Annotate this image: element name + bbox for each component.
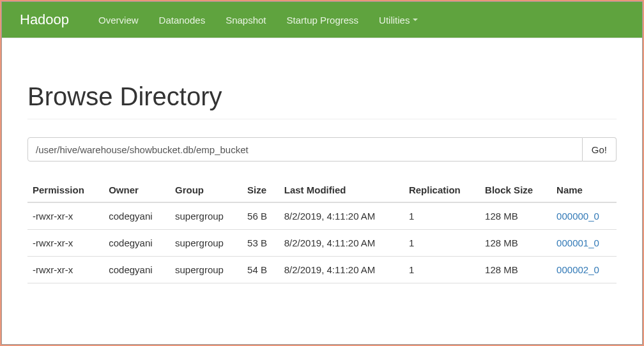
navbar: Hadoop Overview Datanodes Snapshot Start…	[2, 2, 642, 38]
cell-modified: 8/2/2019, 4:11:20 AM	[279, 257, 404, 283]
file-link[interactable]: 000002_0	[556, 264, 599, 275]
page-title: Browse Directory	[27, 82, 617, 119]
col-last-modified: Last Modified	[279, 178, 404, 202]
table-row: -rwxr-xr-x codegyani supergroup 56 B 8/2…	[27, 202, 617, 230]
cell-owner: codegyani	[103, 257, 170, 283]
cell-size: 56 B	[242, 202, 279, 230]
cell-replication: 1	[404, 202, 480, 230]
file-table: Permission Owner Group Size Last Modifie…	[27, 178, 617, 283]
table-row: -rwxr-xr-x codegyani supergroup 53 B 8/2…	[27, 230, 617, 257]
cell-permission: -rwxr-xr-x	[27, 230, 103, 257]
cell-group: supergroup	[170, 202, 242, 230]
nav-overview[interactable]: Overview	[88, 2, 149, 38]
caret-down-icon	[413, 19, 418, 21]
path-input-group: Go!	[27, 137, 617, 162]
table-header-row: Permission Owner Group Size Last Modifie…	[27, 178, 617, 202]
cell-owner: codegyani	[103, 230, 170, 257]
nav-datanodes[interactable]: Datanodes	[149, 2, 216, 38]
cell-permission: -rwxr-xr-x	[27, 257, 103, 283]
cell-replication: 1	[404, 230, 480, 257]
cell-group: supergroup	[170, 230, 242, 257]
cell-blocksize: 128 MB	[480, 230, 551, 257]
nav-startup-progress[interactable]: Startup Progress	[277, 2, 369, 38]
nav-utilities[interactable]: Utilities	[369, 2, 428, 38]
cell-size: 53 B	[242, 230, 279, 257]
main-container: Browse Directory Go! Permission Owner Gr…	[2, 38, 642, 283]
col-permission: Permission	[27, 178, 103, 202]
cell-replication: 1	[404, 257, 480, 283]
table-body: -rwxr-xr-x codegyani supergroup 56 B 8/2…	[27, 202, 617, 283]
col-owner: Owner	[103, 178, 170, 202]
col-replication: Replication	[404, 178, 480, 202]
go-button[interactable]: Go!	[583, 137, 617, 162]
brand[interactable]: Hadoop	[20, 11, 69, 28]
path-input[interactable]	[27, 137, 583, 162]
file-link[interactable]: 000000_0	[556, 211, 599, 222]
cell-permission: -rwxr-xr-x	[27, 202, 103, 230]
cell-owner: codegyani	[103, 202, 170, 230]
col-name: Name	[551, 178, 617, 202]
nav-utilities-label: Utilities	[379, 15, 410, 26]
col-block-size: Block Size	[480, 178, 551, 202]
app-frame: Hadoop Overview Datanodes Snapshot Start…	[1, 1, 643, 345]
cell-blocksize: 128 MB	[480, 257, 551, 283]
cell-modified: 8/2/2019, 4:11:20 AM	[279, 202, 404, 230]
table-row: -rwxr-xr-x codegyani supergroup 54 B 8/2…	[27, 257, 617, 283]
col-size: Size	[242, 178, 279, 202]
cell-group: supergroup	[170, 257, 242, 283]
file-link[interactable]: 000001_0	[556, 237, 599, 248]
cell-size: 54 B	[242, 257, 279, 283]
col-group: Group	[170, 178, 242, 202]
nav-snapshot[interactable]: Snapshot	[215, 2, 276, 38]
cell-blocksize: 128 MB	[480, 202, 551, 230]
cell-modified: 8/2/2019, 4:11:20 AM	[279, 230, 404, 257]
